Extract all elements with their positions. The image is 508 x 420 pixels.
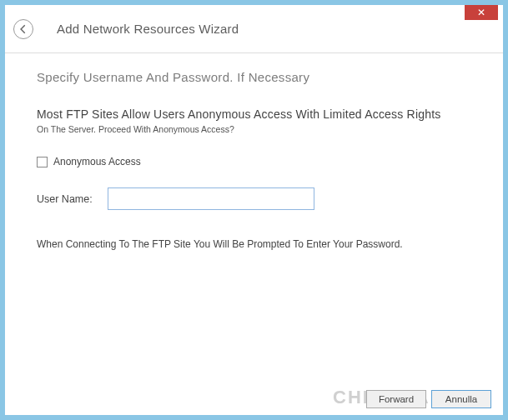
cancel-button[interactable]: Annulla [431, 390, 491, 408]
forward-button[interactable]: Forward [366, 390, 426, 408]
anonymous-checkbox[interactable] [37, 157, 48, 168]
wizard-window: ✕ Add Network Resources Wizard Specify U… [5, 5, 503, 415]
page-subtitle: Specify Username And Password. If Necess… [37, 70, 471, 84]
anonymous-row: Anonymous Access [37, 156, 471, 168]
arrow-left-icon [18, 23, 29, 35]
username-row: User Name: [37, 188, 471, 210]
footer-buttons: Forward Annulla [366, 390, 491, 408]
close-button[interactable]: ✕ [465, 5, 498, 20]
header: Add Network Resources Wizard [5, 5, 503, 53]
content-area: Specify Username And Password. If Necess… [5, 53, 503, 250]
back-button[interactable] [13, 19, 33, 39]
subheading-text: On The Server. Proceed With Anonymous Ac… [37, 124, 471, 134]
password-info: When Connecting To The FTP Site You Will… [37, 238, 471, 250]
heading-text: Most FTP Sites Allow Users Anonymous Acc… [37, 108, 471, 121]
username-label: User Name: [37, 193, 108, 205]
anonymous-label: Anonymous Access [53, 156, 141, 168]
username-input[interactable] [108, 188, 314, 210]
wizard-title: Add Network Resources Wizard [57, 22, 239, 36]
